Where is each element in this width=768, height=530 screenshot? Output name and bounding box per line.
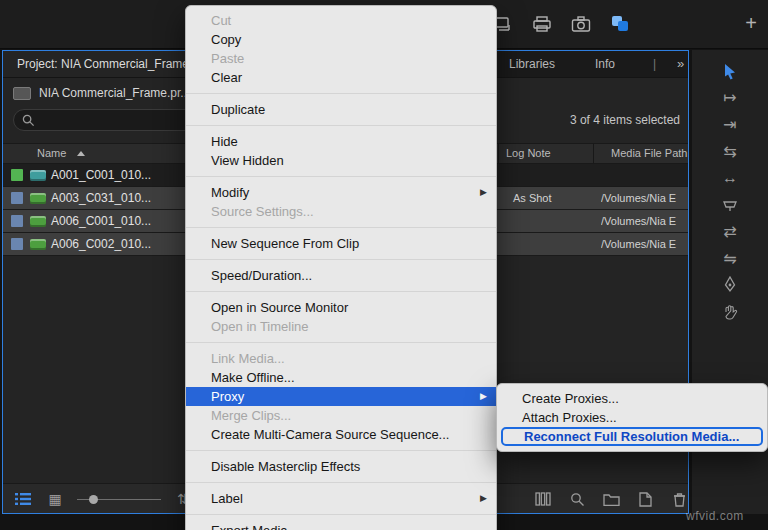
menu-item-open-in-source-monitor[interactable]: Open in Source Monitor <box>186 298 496 317</box>
submenu-arrow-icon: ▶ <box>480 183 487 202</box>
clip-icon <box>30 193 46 204</box>
automate-to-sequence-icon[interactable] <box>533 489 553 509</box>
selection-status: 3 of 4 items selected <box>570 109 680 131</box>
menu-separator <box>186 482 496 483</box>
menu-item-open-in-timeline: Open in Timeline <box>186 317 496 336</box>
delete-icon[interactable] <box>669 489 689 509</box>
column-header-media-file-path[interactable]: Media File Path <box>611 144 687 163</box>
menu-item-link-media: Link Media... <box>186 349 496 368</box>
new-item-icon[interactable] <box>635 489 655 509</box>
menu-separator <box>186 259 496 260</box>
menu-item-paste: Paste <box>186 49 496 68</box>
context-menu: Cut Copy Paste Clear Duplicate Hide View… <box>185 5 497 530</box>
submenu-arrow-icon: ▶ <box>480 387 487 406</box>
menu-separator <box>186 176 496 177</box>
camera-icon[interactable] <box>570 13 592 35</box>
proxy-submenu: Create Proxies... Attach Proxies... Reco… <box>496 383 768 452</box>
top-bar-icon-group <box>492 13 631 35</box>
project-root-row[interactable]: NIA Commercial_Frame.pr... <box>13 83 190 103</box>
menu-item-duplicate[interactable]: Duplicate <box>186 100 496 119</box>
menu-item-cut: Cut <box>186 11 496 30</box>
selection-tool[interactable] <box>719 61 741 83</box>
tab-project[interactable]: Project: NIA Commercial_Frame <box>3 51 203 77</box>
clip-icon <box>30 216 46 227</box>
label-color-chip <box>11 215 23 227</box>
project-file-icon <box>13 87 31 100</box>
menu-item-view-hidden[interactable]: View Hidden <box>186 151 496 170</box>
razor-tool[interactable] <box>719 194 741 216</box>
label-color-chip <box>11 169 23 181</box>
watermark: wfvid.com <box>686 509 744 523</box>
rate-stretch-tool[interactable]: ↔ <box>719 167 741 189</box>
menu-item-label[interactable]: Label▶ <box>186 489 496 508</box>
menu-item-modify[interactable]: Modify▶ <box>186 183 496 202</box>
clip-icon <box>30 239 46 250</box>
column-header-log-note[interactable]: Log Note <box>506 144 551 163</box>
menu-separator <box>186 291 496 292</box>
menu-separator <box>186 227 496 228</box>
column-header-name[interactable]: Name <box>37 144 66 163</box>
premiere-window: + Project: NIA Commercial_Frame Librarie… <box>0 0 768 530</box>
menu-separator <box>186 125 496 126</box>
slider-knob[interactable] <box>89 495 98 504</box>
hand-tool[interactable] <box>719 301 741 323</box>
thumbnail-zoom-slider[interactable] <box>77 489 161 509</box>
label-color-chip <box>11 192 23 204</box>
workspace-icon[interactable] <box>609 13 631 35</box>
menu-separator <box>186 514 496 515</box>
search-icon <box>22 114 35 127</box>
menu-separator <box>186 342 496 343</box>
find-icon[interactable] <box>567 489 587 509</box>
tab-divider: | <box>653 51 656 77</box>
menu-item-disable-masterclip-effects[interactable]: Disable Masterclip Effects <box>186 457 496 476</box>
menu-item-copy[interactable]: Copy <box>186 30 496 49</box>
add-panel-button[interactable]: + <box>742 11 760 35</box>
tab-overflow-chevron[interactable]: » <box>677 51 684 77</box>
label-color-chip <box>11 238 23 250</box>
thumbnail-view-icon[interactable]: ▦ <box>45 489 65 509</box>
sort-ascending-icon <box>77 151 85 156</box>
menu-item-proxy[interactable]: Proxy▶ <box>186 387 496 406</box>
ripple-edit-tool[interactable]: ⇥ <box>719 113 741 135</box>
menu-item-merge-clips: Merge Clips... <box>186 406 496 425</box>
menu-item-create-multi-camera-source-sequence[interactable]: Create Multi-Camera Source Sequence... <box>186 425 496 444</box>
submenu-item-attach-proxies[interactable]: Attach Proxies... <box>497 408 767 427</box>
pen-tool[interactable] <box>719 274 741 296</box>
list-view-icon[interactable] <box>13 489 33 509</box>
menu-item-export-media[interactable]: Export Media <box>186 521 496 530</box>
clip-icon <box>30 170 46 181</box>
tab-libraries[interactable]: Libraries <box>509 51 555 77</box>
menu-item-source-settings: Source Settings... <box>186 202 496 221</box>
project-file-name: NIA Commercial_Frame.pr... <box>39 86 190 100</box>
new-bin-icon[interactable] <box>601 489 621 509</box>
menu-item-speed-duration[interactable]: Speed/Duration... <box>186 266 496 285</box>
submenu-item-create-proxies[interactable]: Create Proxies... <box>497 389 767 408</box>
slip-tool[interactable]: ⇄ <box>719 220 741 242</box>
menu-item-new-sequence-from-clip[interactable]: New Sequence From Clip <box>186 234 496 253</box>
rolling-edit-tool[interactable]: ⇆ <box>719 140 741 162</box>
submenu-item-reconnect-full-resolution-media[interactable]: Reconnect Full Resolution Media... <box>501 427 763 446</box>
submenu-arrow-icon: ▶ <box>480 489 487 508</box>
track-select-forward-tool[interactable]: ↦ <box>719 86 741 108</box>
tab-info[interactable]: Info <box>595 51 615 77</box>
menu-separator <box>186 93 496 94</box>
menu-item-clear[interactable]: Clear <box>186 68 496 87</box>
menu-item-make-offline[interactable]: Make Offline... <box>186 368 496 387</box>
menu-item-hide[interactable]: Hide <box>186 132 496 151</box>
print-icon[interactable] <box>531 13 553 35</box>
menu-separator <box>186 450 496 451</box>
slide-tool[interactable]: ⇋ <box>719 247 741 269</box>
